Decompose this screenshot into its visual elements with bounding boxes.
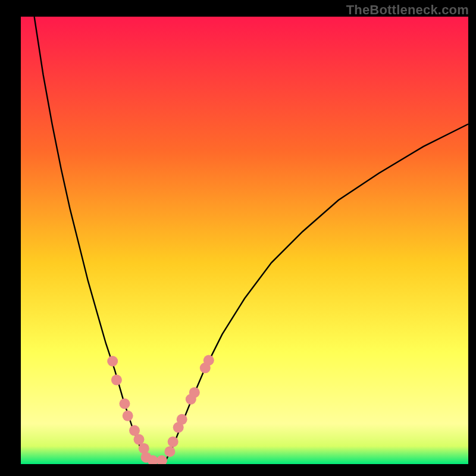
marker-dot xyxy=(168,436,178,447)
chart-frame: TheBottleneck.com xyxy=(0,0,476,476)
marker-dot xyxy=(203,355,214,366)
marker-dot xyxy=(177,414,187,425)
marker-dot xyxy=(123,411,133,421)
marker-dot xyxy=(107,356,118,367)
marker-dot xyxy=(189,387,200,398)
watermark-text: TheBottleneck.com xyxy=(346,2,469,18)
chart-background xyxy=(21,17,468,464)
marker-dot xyxy=(134,434,145,445)
chart-svg xyxy=(21,17,468,464)
marker-dot xyxy=(111,375,122,386)
plot-area xyxy=(21,17,468,464)
marker-dot xyxy=(120,399,130,409)
marker-dot xyxy=(164,446,175,457)
marker-dot xyxy=(139,443,149,454)
